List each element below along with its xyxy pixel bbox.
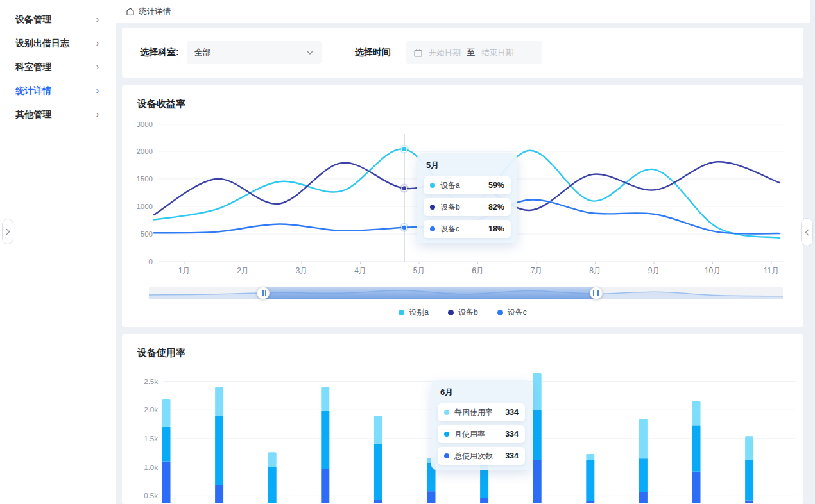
series-dot-icon [444, 410, 449, 415]
stacked-bar[interactable] [586, 454, 594, 503]
chevron-left-icon [805, 229, 809, 236]
tooltip-row: 每周使用率334 [438, 403, 525, 421]
bar-segment [215, 485, 223, 503]
tooltip-series-name: 设备c [440, 224, 488, 235]
datazoom-selected-range[interactable] [263, 287, 596, 299]
tooltip-row: 设备c18% [424, 220, 511, 238]
bar-segment [692, 425, 701, 471]
legend-label: 设备c [508, 307, 527, 318]
breadcrumb[interactable]: 统计详情 [139, 6, 171, 17]
stacked-bar[interactable] [162, 399, 171, 503]
legend-item[interactable]: 设别a [399, 307, 429, 318]
stacked-bar[interactable] [374, 416, 382, 503]
bar-segment [639, 492, 648, 503]
sidebar-item-label: 科室管理 [15, 62, 51, 73]
series-dot-icon [430, 226, 435, 231]
bar-segment [480, 498, 488, 503]
data-point-dot [402, 186, 407, 191]
bar-segment [321, 411, 329, 469]
department-select[interactable]: 全部 [187, 41, 322, 64]
tooltip-row: 月使用率334 [438, 425, 525, 443]
bar-segment [268, 452, 277, 467]
bar-segment [162, 399, 171, 427]
bar-segment [162, 462, 171, 503]
chart-legend: 设别a设备b设备c [122, 307, 803, 318]
sidebar-item[interactable]: 设别出借日志› [0, 31, 116, 55]
stacked-bar[interactable] [321, 387, 329, 503]
x-axis-tick-label: 10月 [705, 266, 721, 275]
x-axis-tick-label: 3月 [296, 266, 308, 275]
x-axis-tick-label: 1月 [178, 266, 191, 275]
legend-dot-icon [497, 310, 503, 315]
stacked-bar[interactable] [745, 436, 753, 503]
sidebar-item-label: 设别出借日志 [15, 38, 69, 49]
tooltip-series-value: 59% [488, 181, 504, 190]
legend-dot-icon [399, 310, 404, 315]
bar-segment [692, 401, 701, 426]
sidebar-item[interactable]: 统计详情› [0, 79, 116, 103]
tooltip-row: 设备a59% [424, 176, 511, 194]
y-axis-tick-label: 2.5k [144, 378, 158, 385]
sidebar-item-label: 设备管理 [15, 14, 51, 26]
tooltip-series-name: 设备a [440, 180, 488, 191]
tooltip-series-value: 18% [488, 224, 504, 233]
date-to-label: 至 [467, 47, 476, 58]
time-label: 选择时间 [355, 47, 391, 58]
filter-row: 选择科室: 全部 选择时间 开始日期 至 结束日期 [140, 41, 542, 64]
stacked-bar[interactable] [692, 401, 701, 503]
legend-label: 设别a [409, 307, 429, 318]
chevron-right-icon: › [96, 14, 99, 25]
y-axis-tick-label: 0 [149, 258, 153, 265]
sidebar-item-label: 其他管理 [15, 109, 51, 121]
date-range-picker[interactable]: 开始日期 至 结束日期 [406, 41, 542, 64]
datazoom-left-handle[interactable] [257, 287, 270, 299]
main-area: 统计详情 选择科室: 全部 选择时间 [116, 0, 810, 504]
x-axis-tick-label: 6月 [472, 266, 484, 275]
stacked-bar[interactable] [215, 387, 223, 503]
y-axis-tick-label: 1.0k [144, 464, 158, 471]
sidebar-expand-toggle[interactable] [2, 219, 13, 244]
stacked-bar[interactable] [533, 373, 542, 503]
bar-segment [374, 500, 382, 503]
bar-chart-tooltip: 6月每周使用率334月使用率334总使用次数334 [431, 380, 531, 470]
tooltip-series-value: 334 [505, 408, 519, 417]
bar-segment [586, 454, 594, 460]
start-date-input[interactable]: 开始日期 [429, 47, 461, 58]
sidebar-item[interactable]: 科室管理› [0, 55, 116, 79]
x-axis-tick-label: 4月 [354, 266, 366, 275]
tooltip-series-name: 总使用次数 [454, 451, 505, 462]
y-axis-tick-label: 1500 [136, 175, 153, 183]
end-date-input[interactable]: 结束日期 [481, 47, 513, 58]
sidebar-item-label: 统计详情 [15, 85, 51, 97]
chevron-right-icon: › [96, 62, 99, 72]
line-chart-tooltip: 5月设备a59%设备b82%设备c18% [417, 153, 517, 243]
panel-collapse-toggle[interactable] [801, 218, 813, 246]
legend-item[interactable]: 设备b [448, 307, 478, 318]
bar-segment [374, 444, 382, 500]
legend-item[interactable]: 设备c [497, 307, 527, 318]
stacked-bar[interactable] [268, 452, 277, 503]
bar-segment [533, 410, 542, 460]
sidebar-item[interactable]: 设备管理› [0, 8, 116, 31]
tooltip-title: 5月 [426, 160, 511, 171]
x-axis-tick-label: 8月 [589, 266, 601, 275]
data-point-dot [402, 147, 407, 152]
tooltip-series-value: 334 [505, 430, 519, 439]
sidebar-item[interactable]: 其他管理› [0, 103, 116, 126]
legend-label: 设备b [458, 307, 478, 318]
sidebar-menu: 设备管理›设别出借日志›科室管理›统计详情›其他管理› [0, 0, 116, 126]
tooltip-series-name: 月使用率 [454, 429, 505, 440]
y-axis-tick-label: 2000 [136, 147, 153, 155]
x-axis-tick-label: 9月 [648, 266, 660, 275]
datazoom-slider[interactable] [149, 287, 783, 299]
bar-segment [586, 460, 594, 501]
bar-segment [321, 469, 329, 503]
bar-segment [639, 458, 648, 492]
x-axis-tick-label: 2月 [237, 266, 249, 275]
stacked-bar[interactable] [639, 419, 648, 503]
filter-card: 选择科室: 全部 选择时间 开始日期 至 结束日期 [122, 28, 803, 78]
datazoom-right-handle[interactable] [590, 287, 603, 299]
y-axis-tick-label: 2.0k [144, 406, 158, 414]
bar-segment [321, 387, 329, 411]
tooltip-series-name: 每周使用率 [454, 407, 505, 418]
